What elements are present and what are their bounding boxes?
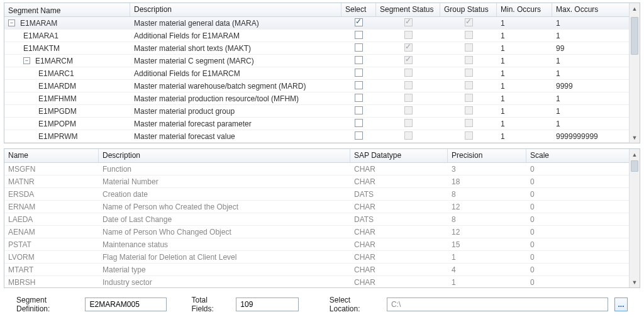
field-row[interactable]: MSGFNFunctionCHAR30 xyxy=(4,163,629,175)
scroll-down-icon[interactable]: ▼ xyxy=(630,132,640,143)
field-row[interactable]: MATNRMaterial NumberCHAR180 xyxy=(4,175,629,188)
min-occurs: 1 xyxy=(497,19,552,28)
segment-row[interactable]: E1MAKTMMaster material short texts (MAKT… xyxy=(4,42,629,55)
max-occurs: 1 xyxy=(552,57,615,65)
field-name: MATNR xyxy=(4,177,99,186)
max-occurs: 1 xyxy=(552,69,615,78)
segment-status-cell xyxy=(376,106,440,116)
field-description: Maintenance status xyxy=(99,240,350,249)
field-row[interactable]: ERNAMName of Person who Created the Obje… xyxy=(4,201,629,213)
field-description: Flag Material for Deletion at Client Lev… xyxy=(99,253,350,262)
col-name[interactable]: Name xyxy=(4,149,99,162)
segment-description: Additional Fields for E1MARAM xyxy=(130,31,341,40)
col-segment-name[interactable]: Segment Name xyxy=(4,3,130,16)
col-group-status[interactable]: Group Status xyxy=(440,3,497,16)
scroll-up-icon[interactable]: ▲ xyxy=(630,149,640,160)
checkbox xyxy=(404,94,413,102)
checkbox[interactable] xyxy=(355,94,363,102)
max-occurs: 9999 xyxy=(552,82,615,91)
checkbox[interactable] xyxy=(355,131,363,140)
field-precision: 12 xyxy=(448,203,526,211)
field-datatype: CHAR xyxy=(350,203,448,211)
segment-status-cell xyxy=(376,131,440,142)
max-occurs: 1 xyxy=(552,120,615,128)
segment-definition-input[interactable] xyxy=(85,298,167,311)
field-scale: 0 xyxy=(526,228,608,236)
field-row[interactable]: LVORMFlag Material for Deletion at Clien… xyxy=(4,251,629,264)
field-name: MBRSH xyxy=(4,278,99,287)
segment-row[interactable]: −E1MARCMMaster material C segment (MARC)… xyxy=(4,55,629,67)
checkbox[interactable] xyxy=(355,106,363,114)
checkbox xyxy=(465,43,473,52)
segment-name: E1MAKTM xyxy=(23,44,60,53)
col-max-occurs[interactable]: Max. Occurs xyxy=(552,3,615,16)
field-datatype: CHAR xyxy=(350,265,448,274)
group-status-cell xyxy=(440,94,497,104)
footer-bar: Segment Definition: Total Fields: Select… xyxy=(4,293,640,313)
segment-row[interactable]: E1MPOPMMaster material forecast paramete… xyxy=(4,118,629,130)
field-row[interactable]: MTARTMaterial typeCHAR40 xyxy=(4,264,629,276)
col-select[interactable]: Select xyxy=(341,3,376,16)
scroll-thumb[interactable] xyxy=(631,17,638,55)
col-min-occurs[interactable]: Min. Occurs xyxy=(497,3,552,16)
scroll-thumb[interactable] xyxy=(631,160,638,172)
checkbox[interactable] xyxy=(355,69,363,77)
total-fields-input[interactable] xyxy=(236,298,299,311)
segment-row[interactable]: E1MPRWMMaster material forecast value199… xyxy=(4,130,629,143)
checkbox[interactable] xyxy=(355,43,363,52)
col-precision[interactable]: Precision xyxy=(448,149,526,162)
checkbox[interactable] xyxy=(355,56,363,64)
fields-scrollbar[interactable]: ▲ ▼ xyxy=(629,149,640,287)
field-precision: 12 xyxy=(448,228,526,236)
group-status-cell xyxy=(440,18,497,28)
segment-row[interactable]: E1MARDMMaster material warehouse/batch s… xyxy=(4,80,629,92)
scroll-down-icon[interactable]: ▼ xyxy=(630,277,640,287)
checkbox xyxy=(465,18,473,26)
select-cell xyxy=(341,106,376,116)
field-scale: 0 xyxy=(526,253,608,262)
col-description[interactable]: Description xyxy=(130,3,341,16)
field-row[interactable]: LAEDADate of Last ChangeDATS80 xyxy=(4,213,629,226)
select-cell xyxy=(341,31,376,41)
min-occurs: 1 xyxy=(497,44,552,53)
checkbox[interactable] xyxy=(355,81,363,89)
tree-collapse-icon[interactable]: − xyxy=(23,57,30,64)
field-description: Date of Last Change xyxy=(99,215,350,224)
tree-collapse-icon[interactable]: − xyxy=(8,19,15,26)
checkbox[interactable] xyxy=(355,18,363,26)
segment-name: E1MPRWM xyxy=(38,132,77,141)
field-row[interactable]: AENAMName of Person Who Changed ObjectCH… xyxy=(4,226,629,238)
segment-row[interactable]: E1MFHMMMaster material production resour… xyxy=(4,92,629,105)
segments-scrollbar[interactable]: ▲ ▼ xyxy=(629,3,640,143)
segment-status-cell xyxy=(376,81,440,91)
segments-grid: Segment Name Description Select Segment … xyxy=(4,3,629,143)
field-datatype: DATS xyxy=(350,215,448,224)
min-occurs: 1 xyxy=(497,31,552,40)
field-row[interactable]: MBRSHIndustry sectorCHAR10 xyxy=(4,276,629,287)
segment-row[interactable]: E1MARA1Additional Fields for E1MARAM11 xyxy=(4,30,629,42)
field-name: LVORM xyxy=(4,253,99,262)
browse-button[interactable]: ... xyxy=(614,298,628,311)
field-scale: 0 xyxy=(526,203,608,211)
field-row[interactable]: ERSDACreation dateDATS80 xyxy=(4,188,629,201)
segment-row[interactable]: E1MARC1Additional Fields for E1MARCM11 xyxy=(4,67,629,80)
checkbox[interactable] xyxy=(355,119,363,127)
checkbox xyxy=(465,31,473,39)
checkbox xyxy=(404,106,413,114)
field-precision: 4 xyxy=(448,265,526,274)
field-scale: 0 xyxy=(526,265,608,274)
field-scale: 0 xyxy=(526,190,608,199)
segment-row[interactable]: E1MPGDMMaster material product group11 xyxy=(4,105,629,118)
field-row[interactable]: PSTATMaintenance statusCHAR150 xyxy=(4,238,629,251)
segment-row[interactable]: −E1MARAMMaster material general data (MA… xyxy=(4,17,629,30)
scroll-up-icon[interactable]: ▲ xyxy=(630,3,640,14)
col-scale[interactable]: Scale xyxy=(526,149,608,162)
field-description: Name of Person who Created the Object xyxy=(99,203,350,211)
col-segment-status[interactable]: Segment Status xyxy=(376,3,440,16)
col-field-description[interactable]: Description xyxy=(99,149,350,162)
checkbox[interactable] xyxy=(355,31,363,39)
field-precision: 3 xyxy=(448,165,526,174)
fields-grid-header: Name Description SAP Datatype Precision … xyxy=(4,149,629,163)
select-location-input[interactable] xyxy=(387,298,608,311)
col-sap-datatype[interactable]: SAP Datatype xyxy=(350,149,448,162)
